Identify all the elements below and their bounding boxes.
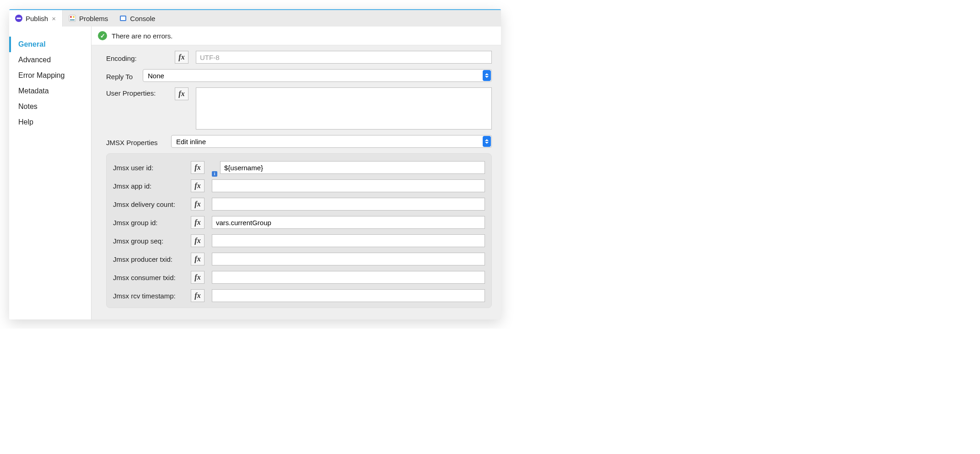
sidebar-item-label: General xyxy=(18,40,46,48)
form-area: Encoding: fx Reply To None U xyxy=(92,45,501,319)
label-jmsx-delivery-count: Jmsx delivery count: xyxy=(113,200,191,208)
tabs-bar: Publish × Problems Console xyxy=(9,9,501,27)
jmsx-group-seq-input[interactable] xyxy=(212,234,485,247)
sidebar-item-label: Error Mapping xyxy=(18,71,65,79)
publish-icon xyxy=(15,14,23,22)
jmsx-group-id-input[interactable] xyxy=(212,216,485,229)
info-icon: i xyxy=(212,171,217,177)
jmsx-properties-select[interactable]: Edit inline xyxy=(171,135,492,148)
fx-button[interactable]: fx xyxy=(191,179,205,192)
row-jmsx-delivery-count: Jmsx delivery count: fx xyxy=(113,198,485,211)
fx-button[interactable]: fx xyxy=(191,289,205,302)
fx-button[interactable]: fx xyxy=(191,253,205,265)
row-jmsx-group-id: Jmsx group id: fx xyxy=(113,216,485,229)
jmsx-delivery-count-input[interactable] xyxy=(212,198,485,211)
jmsx-rcv-timestamp-input[interactable] xyxy=(212,289,485,302)
content-panel: ✓ There are no errors. Encoding: fx Repl… xyxy=(92,27,501,319)
svg-rect-5 xyxy=(70,19,75,21)
tab-label: Publish xyxy=(26,15,48,22)
reply-to-select[interactable]: None xyxy=(143,69,492,82)
tab-problems[interactable]: Problems xyxy=(63,10,113,27)
tab-publish[interactable]: Publish × xyxy=(9,10,63,27)
row-jmsx-user-id: Jmsx user id: fx i xyxy=(113,161,485,174)
jmsx-properties-select-wrap: Edit inline xyxy=(171,135,492,148)
jmsx-user-id-input[interactable] xyxy=(220,161,485,174)
fx-button[interactable]: fx xyxy=(175,87,188,100)
sidebar-item-help[interactable]: Help xyxy=(9,114,91,130)
label-encoding: Encoding: xyxy=(106,53,175,62)
check-icon: ✓ xyxy=(98,31,107,40)
close-icon[interactable]: × xyxy=(51,15,57,22)
label-jmsx-rcv-timestamp: Jmsx rcv timestamp: xyxy=(113,292,191,300)
label-jmsx-app-id: Jmsx app id: xyxy=(113,182,191,190)
jmsx-producer-txid-input[interactable] xyxy=(212,253,485,265)
label-jmsx-group-id: Jmsx group id: xyxy=(113,219,191,227)
sidebar-item-label: Notes xyxy=(18,103,38,110)
row-jmsx-app-id: Jmsx app id: fx xyxy=(113,179,485,192)
sidebar-item-error-mapping[interactable]: Error Mapping xyxy=(9,68,91,83)
row-jmsx-properties: JMSX Properties Edit inline xyxy=(106,135,492,148)
svg-point-3 xyxy=(70,16,72,18)
row-jmsx-consumer-txid: Jmsx consumer txid: fx xyxy=(113,271,485,284)
app-window: Publish × Problems Console General Advan… xyxy=(9,9,501,319)
sidebar-item-advanced[interactable]: Advanced xyxy=(9,52,91,68)
reply-to-select-wrap: None xyxy=(143,69,492,82)
sidebar: General Advanced Error Mapping Metadata … xyxy=(9,27,92,319)
label-jmsx-user-id: Jmsx user id: xyxy=(113,164,191,172)
sidebar-item-general[interactable]: General xyxy=(9,37,91,52)
sidebar-item-label: Help xyxy=(18,118,33,126)
row-reply-to: Reply To None xyxy=(106,69,492,82)
row-jmsx-group-seq: Jmsx group seq: fx xyxy=(113,234,485,247)
row-user-properties: User Properties: fx xyxy=(106,87,492,130)
row-jmsx-producer-txid: Jmsx producer txid: fx xyxy=(113,253,485,265)
encoding-input[interactable] xyxy=(196,51,492,64)
jmsx-app-id-input[interactable] xyxy=(212,179,485,192)
tab-console[interactable]: Console xyxy=(113,10,161,27)
sidebar-item-notes[interactable]: Notes xyxy=(9,99,91,114)
row-encoding: Encoding: fx xyxy=(106,51,492,64)
fx-button[interactable]: fx xyxy=(191,198,205,211)
label-user-properties: User Properties: xyxy=(106,87,175,97)
row-jmsx-rcv-timestamp: Jmsx rcv timestamp: fx xyxy=(113,289,485,302)
fx-button[interactable]: fx xyxy=(175,51,188,64)
label-jmsx-consumer-txid: Jmsx consumer txid: xyxy=(113,274,191,281)
svg-point-4 xyxy=(73,16,75,18)
status-bar: ✓ There are no errors. xyxy=(92,27,501,45)
jmsx-panel: Jmsx user id: fx i Jmsx app id: fx Jms xyxy=(106,153,492,308)
label-reply-to: Reply To xyxy=(106,71,143,81)
fx-button[interactable]: fx xyxy=(191,271,205,284)
main-area: General Advanced Error Mapping Metadata … xyxy=(9,27,501,319)
problems-icon xyxy=(68,14,76,22)
jmsx-consumer-txid-input[interactable] xyxy=(212,271,485,284)
fx-button[interactable]: fx xyxy=(191,216,205,229)
tab-label: Console xyxy=(130,15,155,22)
user-properties-input[interactable] xyxy=(196,87,492,130)
sidebar-item-label: Advanced xyxy=(18,56,51,64)
status-message: There are no errors. xyxy=(112,32,172,40)
console-icon xyxy=(119,14,127,22)
label-jmsx-group-seq: Jmsx group seq: xyxy=(113,237,191,245)
sidebar-item-label: Metadata xyxy=(18,87,49,95)
label-jmsx-properties: JMSX Properties xyxy=(106,137,171,146)
label-jmsx-producer-txid: Jmsx producer txid: xyxy=(113,255,191,263)
fx-button[interactable]: fx xyxy=(191,234,205,247)
svg-rect-7 xyxy=(121,16,125,20)
svg-rect-1 xyxy=(16,18,21,19)
sidebar-item-metadata[interactable]: Metadata xyxy=(9,83,91,99)
fx-button[interactable]: fx xyxy=(191,161,205,174)
tab-label: Problems xyxy=(79,15,108,22)
